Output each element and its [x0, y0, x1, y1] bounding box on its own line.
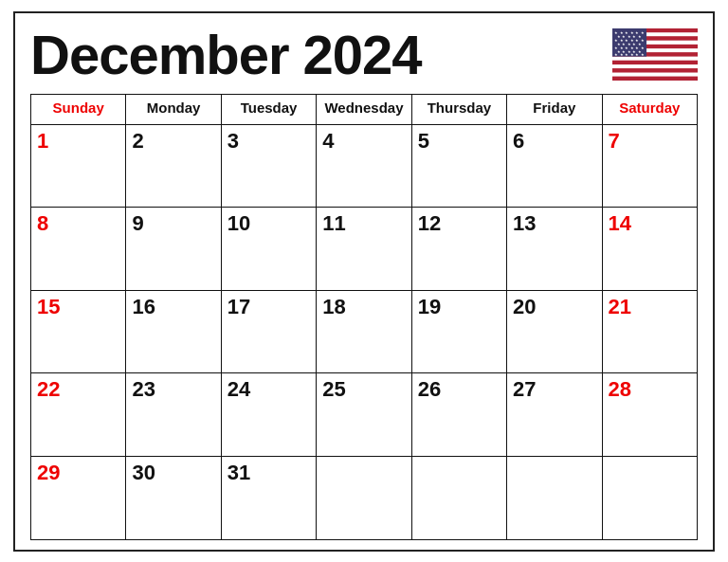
svg-rect-8: [612, 56, 698, 60]
day-number: 29: [37, 461, 60, 484]
header-monday: Monday: [126, 94, 221, 124]
svg-text:★: ★: [620, 52, 624, 57]
calendar-header: December 2024 ★★★★★★: [30, 23, 698, 86]
day-number: 18: [322, 295, 345, 318]
svg-rect-9: [612, 60, 698, 63]
header-saturday: Saturday: [602, 94, 697, 124]
day-number: 13: [513, 211, 536, 235]
calendar-cell: 25: [317, 373, 411, 457]
calendar-cell: 5: [411, 124, 506, 208]
header-tuesday: Tuesday: [221, 94, 316, 124]
calendar-cell: [602, 456, 697, 539]
calendar-cell: 24: [221, 373, 316, 457]
calendar-cell: 4: [317, 124, 411, 208]
day-number: 3: [228, 129, 239, 153]
calendar-cell: 12: [411, 208, 506, 291]
day-number: 31: [228, 461, 250, 484]
svg-text:★: ★: [635, 52, 639, 57]
svg-text:★: ★: [630, 52, 634, 57]
day-number: 10: [228, 211, 250, 235]
svg-rect-11: [612, 68, 698, 72]
day-number: 16: [132, 295, 155, 318]
svg-rect-10: [612, 64, 698, 68]
us-flag-icon: ★★★★★★ ★★★★★ ★★★★★★ ★★★★★ ★★★★★★ ★★★★★ ★…: [612, 28, 698, 81]
day-number: 26: [418, 377, 441, 401]
day-number: 7: [609, 129, 620, 153]
calendar-cell: 13: [507, 208, 602, 291]
calendar-week-2: 891011121314: [31, 208, 698, 291]
day-number: 21: [609, 295, 631, 318]
day-number: 5: [418, 129, 429, 153]
svg-text:★: ★: [614, 52, 618, 57]
calendar-cell: 9: [126, 208, 221, 291]
calendar-cell: [317, 456, 411, 539]
calendar-table: Sunday Monday Tuesday Wednesday Thursday…: [30, 94, 698, 540]
calendar-page: December 2024 ★★★★★★: [13, 11, 715, 552]
calendar-cell: 18: [317, 290, 411, 373]
calendar-cell: 30: [126, 456, 221, 539]
calendar-cell: 21: [602, 290, 697, 373]
day-number: 23: [132, 377, 155, 401]
calendar-week-5: 293031: [31, 456, 698, 539]
day-number: 12: [418, 211, 441, 235]
day-number: 11: [322, 211, 345, 235]
day-number: 22: [37, 377, 60, 401]
calendar-cell: 7: [602, 124, 697, 208]
day-number: 27: [513, 377, 536, 401]
calendar-cell: 1: [31, 124, 126, 208]
calendar-cell: [507, 456, 602, 539]
calendar-cell: 11: [317, 208, 411, 291]
calendar-cell: [411, 456, 506, 539]
calendar-cell: 2: [126, 124, 221, 208]
day-header-row: Sunday Monday Tuesday Wednesday Thursday…: [31, 94, 698, 124]
calendar-cell: 16: [126, 290, 221, 373]
header-friday: Friday: [507, 94, 602, 124]
page-title: December 2024: [30, 23, 422, 86]
day-number: 8: [37, 211, 48, 235]
calendar-cell: 27: [507, 373, 602, 457]
day-number: 6: [513, 129, 524, 153]
svg-text:★: ★: [625, 52, 628, 57]
day-number: 9: [132, 211, 143, 235]
header-sunday: Sunday: [31, 94, 126, 124]
calendar-cell: 28: [602, 373, 697, 457]
calendar-cell: 6: [507, 124, 602, 208]
day-number: 1: [37, 129, 48, 153]
calendar-cell: 10: [221, 208, 316, 291]
day-number: 28: [609, 377, 631, 401]
svg-text:★: ★: [641, 52, 645, 57]
day-number: 30: [132, 461, 155, 484]
calendar-cell: 31: [221, 456, 316, 539]
calendar-cell: 3: [221, 124, 316, 208]
calendar-cell: 14: [602, 208, 697, 291]
svg-rect-13: [612, 76, 698, 80]
calendar-cell: 15: [31, 290, 126, 373]
day-number: 19: [418, 295, 441, 318]
day-number: 14: [609, 211, 631, 235]
day-number: 17: [228, 295, 250, 318]
calendar-cell: 22: [31, 373, 126, 457]
header-thursday: Thursday: [411, 94, 506, 124]
calendar-cell: 26: [411, 373, 506, 457]
day-number: 20: [513, 295, 536, 318]
day-number: 2: [132, 129, 143, 153]
calendar-cell: 20: [507, 290, 602, 373]
header-wednesday: Wednesday: [317, 94, 411, 124]
day-number: 24: [228, 377, 250, 401]
calendar-cell: 19: [411, 290, 506, 373]
calendar-cell: 23: [126, 373, 221, 457]
day-number: 4: [322, 129, 334, 153]
calendar-cell: 29: [31, 456, 126, 539]
calendar-cell: 8: [31, 208, 126, 291]
calendar-week-1: 1234567: [31, 124, 698, 208]
calendar-week-4: 22232425262728: [31, 373, 698, 457]
day-number: 25: [322, 377, 345, 401]
calendar-cell: 17: [221, 290, 316, 373]
calendar-week-3: 15161718192021: [31, 290, 698, 373]
day-number: 15: [37, 295, 60, 318]
svg-rect-12: [612, 72, 698, 76]
